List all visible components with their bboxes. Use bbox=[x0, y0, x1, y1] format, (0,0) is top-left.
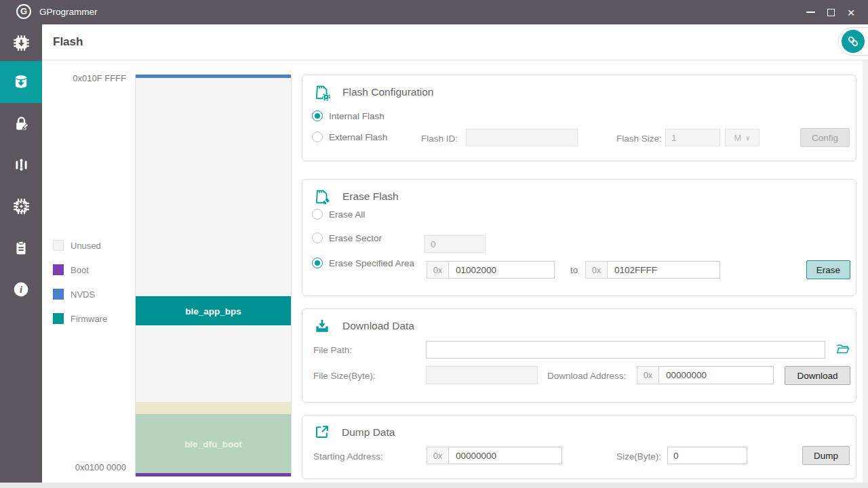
legend-item-firmware: Firmware bbox=[53, 313, 107, 324]
close-button[interactable]: × bbox=[841, 0, 861, 24]
flash-id-label: Flash ID: bbox=[421, 134, 458, 144]
memory-segment-unused bbox=[136, 78, 291, 296]
download-button[interactable]: Download bbox=[785, 366, 850, 385]
chip-download-icon bbox=[12, 34, 31, 52]
dump-size-label: Size(Byte): bbox=[616, 451, 661, 462]
legend-label: Firmware bbox=[71, 314, 107, 324]
window-title: GProgrammer bbox=[39, 0, 98, 24]
memory-segment-firmware-faded: ble_dfu_boot bbox=[136, 414, 291, 473]
maximize-icon bbox=[827, 9, 835, 16]
dump-data-icon bbox=[313, 424, 330, 441]
lock-edit-icon bbox=[12, 115, 31, 133]
radio-unselected-icon bbox=[312, 232, 323, 243]
sidebar-item-efuse-layout[interactable] bbox=[0, 144, 42, 186]
sidebar-item-encrypt-sign[interactable] bbox=[0, 103, 42, 144]
download-data-title: Download Data bbox=[342, 320, 414, 332]
memory-segment-firmware: ble_app_bps bbox=[136, 296, 291, 325]
flash-size-label: Flash Size: bbox=[616, 134, 662, 144]
chip-settings-icon bbox=[12, 197, 31, 216]
radio-selected-icon bbox=[312, 110, 323, 121]
legend-label: Unused bbox=[71, 241, 101, 251]
file-path-label: File Path: bbox=[313, 345, 352, 355]
erase-start-group: 0x bbox=[427, 261, 555, 279]
erase-button[interactable]: Erase bbox=[806, 260, 850, 279]
flash-storage-icon bbox=[12, 73, 31, 92]
memory-segment-unused bbox=[136, 325, 291, 402]
legend-swatch bbox=[53, 264, 64, 275]
info-icon: i bbox=[12, 281, 30, 298]
file-path-input[interactable] bbox=[426, 341, 825, 359]
erase-flash-panel: Erase Flash Erase All Erase Sector Erase… bbox=[302, 179, 856, 296]
minimize-button[interactable] bbox=[800, 0, 821, 24]
dump-data-header: Dump Data bbox=[313, 424, 395, 441]
memory-bottom-address: 0x0100 0000 bbox=[42, 462, 126, 472]
flash-size-unit-select: M ∨ bbox=[725, 129, 760, 146]
file-size-input bbox=[426, 366, 538, 384]
window-controls: × bbox=[800, 0, 861, 24]
link-icon bbox=[842, 30, 865, 53]
sidebar-item-flash[interactable] bbox=[0, 61, 42, 103]
erase-end-group: 0x bbox=[585, 261, 720, 279]
starting-address-label: Starting Address: bbox=[313, 451, 383, 462]
dump-button[interactable]: Dump bbox=[802, 446, 850, 465]
legend-label: NVDS bbox=[71, 289, 95, 300]
maximize-button[interactable] bbox=[821, 0, 841, 24]
browse-file-button[interactable] bbox=[835, 342, 850, 359]
download-address-input[interactable] bbox=[659, 366, 774, 384]
page-header: Flash bbox=[42, 24, 868, 60]
starting-address-group: 0x bbox=[427, 447, 562, 464]
legend-item-boot: Boot bbox=[53, 264, 107, 275]
flash-configuration-title: Flash Configuration bbox=[342, 86, 433, 98]
external-flash-radio[interactable]: External Flash bbox=[312, 131, 387, 142]
connect-button[interactable] bbox=[838, 27, 868, 56]
erase-start-input[interactable] bbox=[449, 261, 555, 279]
sidebar-item-chip-configuration[interactable] bbox=[0, 186, 42, 227]
sidebar-item-about[interactable]: i bbox=[0, 268, 42, 310]
erase-flash-header: Erase Flash bbox=[313, 188, 399, 205]
legend-swatch bbox=[53, 289, 64, 300]
radio-unselected-icon bbox=[312, 209, 323, 220]
page-title: Flash bbox=[53, 24, 83, 60]
memory-legend: UnusedBootNVDSFirmware bbox=[53, 240, 107, 324]
memory-segment-erase-highlight bbox=[136, 402, 291, 414]
svg-text:i: i bbox=[20, 284, 22, 295]
download-address-group: 0x bbox=[637, 366, 774, 384]
clipboard-icon bbox=[12, 239, 30, 257]
dump-size-input[interactable] bbox=[667, 447, 747, 464]
erase-flash-title: Erase Flash bbox=[342, 190, 399, 203]
close-icon: × bbox=[847, 6, 854, 19]
titlebar: G GProgrammer × bbox=[0, 0, 868, 24]
download-data-icon bbox=[313, 317, 331, 335]
hex-prefix: 0x bbox=[427, 261, 449, 279]
dump-data-title: Dump Data bbox=[342, 426, 395, 439]
flash-configuration-panel: Flash Configuration Internal Flash Exter… bbox=[302, 75, 856, 161]
sidebar-item-firmware-download[interactable] bbox=[0, 24, 42, 61]
memory-bar: ble_app_bpsble_dfu_boot bbox=[135, 75, 292, 476]
erase-all-radio[interactable]: Erase All bbox=[312, 209, 365, 220]
erase-end-input[interactable] bbox=[608, 261, 720, 279]
memory-segment-label: ble_dfu_boot bbox=[136, 439, 291, 449]
sidebar: i bbox=[0, 24, 42, 483]
legend-swatch bbox=[53, 313, 64, 324]
scrollbar-track[interactable] bbox=[863, 60, 868, 483]
internal-flash-radio[interactable]: Internal Flash bbox=[312, 110, 384, 121]
legend-item-nvds: NVDS bbox=[53, 289, 107, 300]
file-size-label: File Size(Byte): bbox=[313, 371, 376, 381]
legend-item-unused: Unused bbox=[53, 240, 107, 251]
sidebar-item-device-log[interactable] bbox=[0, 227, 42, 268]
gprogrammer-window: G GProgrammer × bbox=[0, 0, 868, 488]
flash-size-input bbox=[665, 129, 720, 146]
erase-sector-input bbox=[425, 235, 486, 253]
legend-label: Boot bbox=[71, 265, 89, 275]
config-button: Config bbox=[800, 128, 850, 147]
hex-prefix: 0x bbox=[427, 447, 449, 464]
folder-open-icon bbox=[835, 342, 850, 357]
erase-sector-radio[interactable]: Erase Sector bbox=[312, 232, 382, 243]
radio-selected-icon bbox=[312, 258, 323, 268]
hex-prefix: 0x bbox=[637, 366, 659, 384]
download-address-label: Download Address: bbox=[547, 371, 626, 381]
erase-specified-area-radio[interactable]: Erase Specified Area bbox=[312, 258, 414, 268]
starting-address-input[interactable] bbox=[449, 447, 562, 464]
dump-data-panel: Dump Data Starting Address: 0x Size(Byte… bbox=[302, 415, 856, 479]
flash-configuration-header: Flash Configuration bbox=[313, 83, 433, 101]
